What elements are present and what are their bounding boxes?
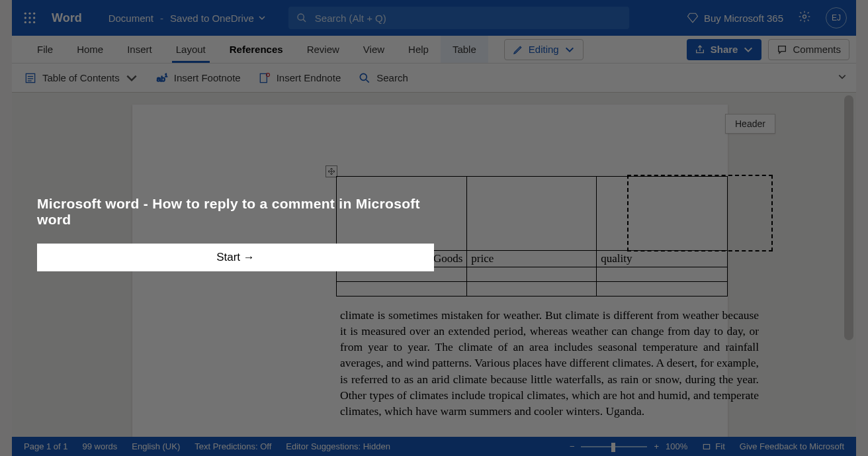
start-button[interactable]: Start → — [37, 244, 434, 271]
tutorial-title: Microsoft word - How to reply to a comme… — [37, 196, 434, 228]
tutorial-card: Microsoft word - How to reply to a comme… — [37, 196, 434, 271]
